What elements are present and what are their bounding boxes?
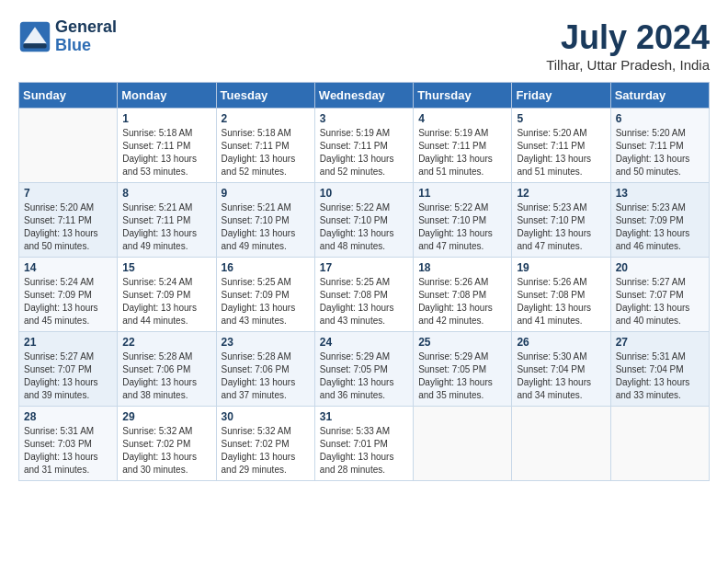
day-number: 9 (222, 187, 310, 200)
day-number: 25 (418, 336, 506, 349)
day-info: Sunrise: 5:32 AM Sunset: 7:02 PM Dayligh… (222, 425, 310, 477)
day-info: Sunrise: 5:22 AM Sunset: 7:10 PM Dayligh… (418, 201, 506, 253)
day-info: Sunrise: 5:31 AM Sunset: 7:03 PM Dayligh… (24, 425, 112, 477)
day-number: 18 (418, 261, 506, 274)
calendar-cell: 20Sunrise: 5:27 AM Sunset: 7:07 PM Dayli… (610, 258, 709, 332)
day-number: 21 (24, 336, 112, 349)
calendar-cell (414, 407, 512, 481)
calendar-cell: 30Sunrise: 5:32 AM Sunset: 7:02 PM Dayli… (216, 407, 314, 481)
day-number: 22 (122, 336, 210, 349)
day-number: 12 (517, 187, 605, 200)
day-number: 14 (24, 261, 112, 274)
calendar-header-row: SundayMondayTuesdayWednesdayThursdayFrid… (19, 83, 710, 109)
day-number: 15 (122, 261, 210, 274)
calendar-cell: 6Sunrise: 5:20 AM Sunset: 7:11 PM Daylig… (610, 109, 709, 183)
calendar-table: SundayMondayTuesdayWednesdayThursdayFrid… (18, 82, 710, 481)
day-info: Sunrise: 5:25 AM Sunset: 7:08 PM Dayligh… (320, 276, 408, 327)
calendar-cell: 10Sunrise: 5:22 AM Sunset: 7:10 PM Dayli… (314, 183, 413, 258)
calendar-cell (19, 109, 118, 183)
day-number: 19 (517, 261, 605, 274)
calendar-cell: 18Sunrise: 5:26 AM Sunset: 7:08 PM Dayli… (414, 258, 512, 332)
calendar-cell: 4Sunrise: 5:19 AM Sunset: 7:11 PM Daylig… (414, 109, 512, 183)
day-number: 3 (320, 112, 408, 125)
day-info: Sunrise: 5:26 AM Sunset: 7:08 PM Dayligh… (418, 276, 506, 327)
calendar-week-row: 1Sunrise: 5:18 AM Sunset: 7:11 PM Daylig… (19, 109, 710, 183)
day-info: Sunrise: 5:29 AM Sunset: 7:05 PM Dayligh… (320, 350, 408, 402)
day-info: Sunrise: 5:19 AM Sunset: 7:11 PM Dayligh… (320, 127, 408, 178)
day-info: Sunrise: 5:23 AM Sunset: 7:10 PM Dayligh… (517, 201, 605, 253)
logo-line2: Blue (55, 37, 117, 55)
day-info: Sunrise: 5:20 AM Sunset: 7:11 PM Dayligh… (616, 127, 704, 178)
col-header-tuesday: Tuesday (216, 83, 314, 109)
calendar-cell: 26Sunrise: 5:30 AM Sunset: 7:04 PM Dayli… (512, 332, 610, 407)
day-number: 20 (616, 261, 704, 274)
day-info: Sunrise: 5:20 AM Sunset: 7:11 PM Dayligh… (517, 127, 605, 178)
calendar-cell: 29Sunrise: 5:32 AM Sunset: 7:02 PM Dayli… (118, 407, 216, 481)
day-info: Sunrise: 5:21 AM Sunset: 7:11 PM Dayligh… (122, 201, 210, 253)
calendar-cell: 1Sunrise: 5:18 AM Sunset: 7:11 PM Daylig… (118, 109, 216, 183)
day-number: 10 (320, 187, 408, 200)
col-header-sunday: Sunday (19, 83, 118, 109)
calendar-cell: 15Sunrise: 5:24 AM Sunset: 7:09 PM Dayli… (118, 258, 216, 332)
logo: General Blue (18, 18, 117, 55)
day-info: Sunrise: 5:19 AM Sunset: 7:11 PM Dayligh… (418, 127, 506, 178)
day-number: 23 (222, 336, 310, 349)
day-info: Sunrise: 5:24 AM Sunset: 7:09 PM Dayligh… (122, 276, 210, 327)
day-number: 27 (616, 336, 704, 349)
col-header-friday: Friday (512, 83, 610, 109)
calendar-cell: 11Sunrise: 5:22 AM Sunset: 7:10 PM Dayli… (414, 183, 512, 258)
logo-line1: General (55, 18, 117, 37)
month-year: July 2024 (546, 18, 710, 57)
calendar-cell: 3Sunrise: 5:19 AM Sunset: 7:11 PM Daylig… (314, 109, 413, 183)
day-number: 8 (122, 187, 210, 200)
location: Tilhar, Uttar Pradesh, India (546, 57, 710, 73)
calendar-cell: 24Sunrise: 5:29 AM Sunset: 7:05 PM Dayli… (314, 332, 413, 407)
day-info: Sunrise: 5:18 AM Sunset: 7:11 PM Dayligh… (222, 127, 310, 178)
calendar-cell: 2Sunrise: 5:18 AM Sunset: 7:11 PM Daylig… (216, 109, 314, 183)
day-number: 2 (222, 112, 310, 125)
day-number: 24 (320, 336, 408, 349)
day-number: 6 (616, 112, 704, 125)
day-number: 5 (517, 112, 605, 125)
calendar-week-row: 7Sunrise: 5:20 AM Sunset: 7:11 PM Daylig… (19, 183, 710, 258)
calendar-cell: 14Sunrise: 5:24 AM Sunset: 7:09 PM Dayli… (19, 258, 118, 332)
day-info: Sunrise: 5:21 AM Sunset: 7:10 PM Dayligh… (222, 201, 310, 253)
title-block: July 2024 Tilhar, Uttar Pradesh, India (546, 18, 710, 73)
day-number: 26 (517, 336, 605, 349)
day-number: 16 (222, 261, 310, 274)
day-info: Sunrise: 5:29 AM Sunset: 7:05 PM Dayligh… (418, 350, 506, 402)
day-number: 4 (418, 112, 506, 125)
col-header-wednesday: Wednesday (314, 83, 413, 109)
day-number: 13 (616, 187, 704, 200)
logo-text: General Blue (55, 18, 117, 55)
day-number: 29 (122, 410, 210, 423)
day-number: 28 (24, 410, 112, 423)
day-info: Sunrise: 5:18 AM Sunset: 7:11 PM Dayligh… (122, 127, 210, 178)
day-number: 17 (320, 261, 408, 274)
day-info: Sunrise: 5:33 AM Sunset: 7:01 PM Dayligh… (320, 425, 408, 477)
calendar-cell: 5Sunrise: 5:20 AM Sunset: 7:11 PM Daylig… (512, 109, 610, 183)
day-info: Sunrise: 5:28 AM Sunset: 7:06 PM Dayligh… (122, 350, 210, 402)
calendar-cell: 28Sunrise: 5:31 AM Sunset: 7:03 PM Dayli… (19, 407, 118, 481)
day-info: Sunrise: 5:27 AM Sunset: 7:07 PM Dayligh… (24, 350, 112, 402)
day-info: Sunrise: 5:23 AM Sunset: 7:09 PM Dayligh… (616, 201, 704, 253)
day-number: 1 (122, 112, 210, 125)
calendar-cell: 23Sunrise: 5:28 AM Sunset: 7:06 PM Dayli… (216, 332, 314, 407)
day-number: 7 (24, 187, 112, 200)
calendar-cell: 27Sunrise: 5:31 AM Sunset: 7:04 PM Dayli… (610, 332, 709, 407)
calendar-cell: 12Sunrise: 5:23 AM Sunset: 7:10 PM Dayli… (512, 183, 610, 258)
calendar-cell: 9Sunrise: 5:21 AM Sunset: 7:10 PM Daylig… (216, 183, 314, 258)
calendar-cell: 19Sunrise: 5:26 AM Sunset: 7:08 PM Dayli… (512, 258, 610, 332)
day-info: Sunrise: 5:31 AM Sunset: 7:04 PM Dayligh… (616, 350, 704, 402)
calendar-week-row: 21Sunrise: 5:27 AM Sunset: 7:07 PM Dayli… (19, 332, 710, 407)
col-header-monday: Monday (118, 83, 216, 109)
day-info: Sunrise: 5:28 AM Sunset: 7:06 PM Dayligh… (222, 350, 310, 402)
calendar-cell (512, 407, 610, 481)
day-info: Sunrise: 5:27 AM Sunset: 7:07 PM Dayligh… (616, 276, 704, 327)
calendar-cell: 8Sunrise: 5:21 AM Sunset: 7:11 PM Daylig… (118, 183, 216, 258)
day-info: Sunrise: 5:30 AM Sunset: 7:04 PM Dayligh… (517, 350, 605, 402)
day-number: 11 (418, 187, 506, 200)
calendar-cell: 13Sunrise: 5:23 AM Sunset: 7:09 PM Dayli… (610, 183, 709, 258)
calendar-cell: 21Sunrise: 5:27 AM Sunset: 7:07 PM Dayli… (19, 332, 118, 407)
day-info: Sunrise: 5:25 AM Sunset: 7:09 PM Dayligh… (222, 276, 310, 327)
